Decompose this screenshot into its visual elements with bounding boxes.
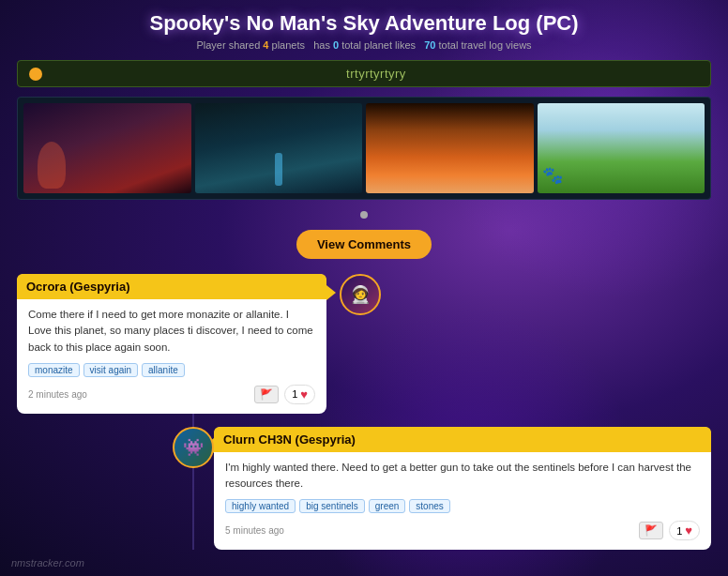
- tag-stones[interactable]: stones: [409, 499, 449, 513]
- likes-label: total planet likes: [341, 39, 416, 51]
- flag-button-1[interactable]: 🚩: [254, 386, 279, 403]
- comment-row-1: Ocrora (Gespyria) Come there if I need t…: [17, 274, 711, 414]
- tag-monazite[interactable]: monazite: [28, 363, 80, 377]
- tag-highly-wanted[interactable]: highly wanted: [225, 499, 296, 513]
- comment-planet-1: Ocrora (Gespyria): [17, 274, 326, 299]
- comment-planet-2: Clurn CH3N (Gespyria): [214, 427, 711, 452]
- likes-count: 0: [333, 39, 339, 51]
- search-bar[interactable]: trtyrtyrtyry: [17, 60, 711, 87]
- page-title: Spooky's No Man's Sky Adventure Log (PC): [17, 11, 711, 36]
- gallery-dot-indicator: [360, 211, 368, 219]
- stats-bar: Player shared 4 planets has 0 total plan…: [17, 39, 711, 51]
- flag-button-2[interactable]: 🚩: [639, 522, 663, 539]
- comment-text-1: Come there if I need to get more monazit…: [28, 307, 315, 356]
- heart-icon-1: ♥: [300, 387, 308, 402]
- comment-card-1: Ocrora (Gespyria) Come there if I need t…: [17, 274, 326, 414]
- comment-footer-2: 5 minutes ago 🚩 1 ♥: [225, 521, 700, 540]
- comment-actions-1: 🚩 1 ♥: [254, 385, 315, 404]
- comment-footer-1: 2 minutes ago 🚩 1 ♥: [28, 385, 315, 404]
- view-comments-button[interactable]: View Comments: [296, 230, 432, 259]
- comments-section: Ocrora (Gespyria) Come there if I need t…: [17, 274, 711, 550]
- comment-text-2: I'm highly wanted there. Need to get a b…: [225, 460, 700, 493]
- like-count-2: 1: [676, 525, 682, 537]
- comment-card-2: Clurn CH3N (Gespyria) I'm highly wanted …: [214, 427, 711, 551]
- planets-count: 4: [263, 39, 268, 51]
- comment-time-2: 5 minutes ago: [225, 525, 284, 536]
- gallery-image-2[interactable]: [195, 103, 363, 193]
- tag-allanite[interactable]: allanite: [142, 363, 185, 377]
- search-text: trtyrtyrtyry: [53, 67, 699, 81]
- comment-actions-2: 🚩 1 ♥: [639, 521, 700, 540]
- search-dot-icon: [29, 68, 42, 81]
- tag-big-sentinels[interactable]: big sentinels: [299, 499, 365, 513]
- comment-row-2: 👾 Clurn CH3N (Gespyria) I'm highly wante…: [17, 427, 711, 551]
- comment-card-right-2: Clurn CH3N (Gespyria) I'm highly wanted …: [214, 427, 711, 551]
- comment-tags-1: monazite visit again allanite: [28, 363, 315, 377]
- views-count: 70: [424, 39, 435, 51]
- gallery-image-1[interactable]: [23, 103, 191, 193]
- has-label: has: [313, 39, 330, 51]
- gallery-image-3[interactable]: [366, 103, 534, 193]
- like-button-2[interactable]: 1 ♥: [669, 521, 700, 540]
- tag-visit-again[interactable]: visit again: [83, 363, 138, 377]
- comment-tags-2: highly wanted big sentinels green stones: [225, 499, 700, 513]
- planets-label: planets: [272, 39, 305, 51]
- like-button-1[interactable]: 1 ♥: [284, 385, 315, 404]
- views-label: total travel log views: [439, 39, 532, 51]
- comment-arrow-right-1: [326, 285, 336, 300]
- comment-card-left-1: Ocrora (Gespyria) Come there if I need t…: [17, 274, 326, 414]
- gallery-pagination: [17, 205, 711, 222]
- comment-time-1: 2 minutes ago: [28, 389, 87, 400]
- avatar-2-wrapper: 👾: [173, 427, 214, 468]
- avatar-icon-1: 🧑‍🚀: [341, 276, 379, 313]
- image-gallery: [17, 97, 711, 200]
- avatar-2: 👾: [173, 427, 214, 468]
- tag-green[interactable]: green: [369, 499, 406, 513]
- avatar-1: 🧑‍🚀: [340, 274, 381, 315]
- avatar-icon-2: 👾: [174, 429, 212, 466]
- heart-icon-2: ♥: [685, 523, 692, 538]
- gallery-image-4[interactable]: [538, 103, 705, 193]
- stats-prefix: Player shared: [196, 39, 260, 51]
- like-count-1: 1: [292, 388, 297, 400]
